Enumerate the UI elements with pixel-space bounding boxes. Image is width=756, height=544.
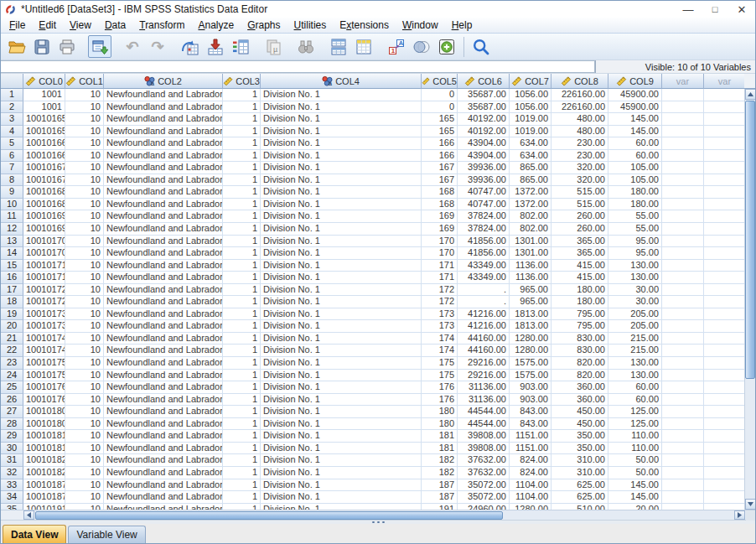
cell[interactable]: 180: [422, 406, 458, 418]
cell[interactable]: 145.00: [608, 113, 662, 126]
cell[interactable]: 10: [65, 272, 104, 284]
cell[interactable]: .: [458, 296, 510, 308]
scroll-right-button[interactable]: [734, 510, 745, 520]
cell[interactable]: 1: [223, 199, 261, 211]
cell[interactable]: 40192.00: [458, 113, 510, 126]
cell[interactable]: Newfoundland and Labrador: [104, 467, 223, 479]
cell[interactable]: 10010174: [23, 345, 65, 357]
cell[interactable]: 10: [65, 236, 104, 248]
row-header[interactable]: 11: [1, 210, 23, 223]
column-header-var-11[interactable]: var: [704, 74, 746, 89]
cell[interactable]: 1: [223, 296, 261, 308]
cell[interactable]: 1: [223, 394, 261, 407]
cell[interactable]: Newfoundland and Labrador: [104, 247, 223, 260]
cell[interactable]: 1: [223, 406, 261, 418]
row-header[interactable]: 2: [1, 101, 23, 114]
cell[interactable]: [662, 394, 704, 407]
cell[interactable]: 10: [65, 126, 104, 138]
cell[interactable]: 95.00: [608, 247, 662, 260]
cell[interactable]: .: [458, 284, 510, 297]
menu-window[interactable]: Window: [396, 18, 445, 32]
insert-cases-button[interactable]: [327, 35, 350, 58]
row-header[interactable]: 31: [1, 454, 23, 467]
cell[interactable]: 125.00: [608, 406, 662, 418]
cell[interactable]: 510.00: [551, 504, 608, 510]
cell[interactable]: [704, 223, 746, 236]
row-header[interactable]: 14: [1, 247, 23, 260]
cell[interactable]: 965.00: [510, 296, 551, 308]
cell[interactable]: 450.00: [551, 418, 608, 431]
row-header[interactable]: 34: [1, 491, 23, 504]
column-header-col0[interactable]: COL0: [23, 74, 65, 89]
cell[interactable]: 182: [422, 454, 458, 467]
cell[interactable]: 1813.00: [510, 308, 551, 321]
cell[interactable]: 1: [223, 101, 261, 114]
row-header[interactable]: 23: [1, 357, 23, 370]
menu-data[interactable]: Data: [98, 18, 132, 32]
cell[interactable]: Division No. 1: [261, 418, 422, 431]
cell[interactable]: 10010170: [23, 236, 65, 248]
cell[interactable]: Division No. 1: [261, 126, 422, 138]
cell[interactable]: Division No. 1: [261, 174, 422, 187]
cell[interactable]: 29216.00: [458, 357, 510, 370]
cell[interactable]: 10010166: [23, 150, 65, 163]
cell[interactable]: 10010181: [23, 443, 65, 455]
cell[interactable]: 35072.00: [458, 479, 510, 492]
cell[interactable]: 1019.00: [510, 113, 551, 126]
row-header[interactable]: 9: [1, 186, 23, 199]
cell[interactable]: Division No. 1: [261, 430, 422, 443]
cell[interactable]: Newfoundland and Labrador: [104, 454, 223, 467]
cell[interactable]: Division No. 1: [261, 479, 422, 492]
go-to-variable-button[interactable]: [204, 35, 227, 58]
cell[interactable]: Division No. 1: [261, 370, 422, 382]
cell[interactable]: Division No. 1: [261, 236, 422, 248]
cell[interactable]: 130.00: [608, 357, 662, 370]
cell[interactable]: [662, 272, 704, 284]
cell[interactable]: 31136.00: [458, 381, 510, 394]
cell[interactable]: 174: [422, 345, 458, 357]
cell[interactable]: 10: [65, 357, 104, 370]
cell[interactable]: 180.00: [551, 284, 608, 297]
cell[interactable]: 168: [422, 186, 458, 199]
cell[interactable]: 1: [223, 333, 261, 345]
cell[interactable]: [662, 418, 704, 431]
cell[interactable]: 180: [422, 418, 458, 431]
cell[interactable]: Division No. 1: [261, 308, 422, 321]
cell[interactable]: Division No. 1: [261, 296, 422, 308]
run-descriptive-statistics-button[interactable]: µ: [261, 35, 285, 58]
cell[interactable]: Newfoundland and Labrador: [104, 89, 223, 101]
cell[interactable]: 1: [223, 186, 261, 199]
horizontal-scroll-thumb[interactable]: [35, 511, 503, 520]
cell[interactable]: 795.00: [551, 320, 608, 333]
cell[interactable]: Newfoundland and Labrador: [104, 126, 223, 138]
cell[interactable]: 830.00: [551, 333, 608, 345]
cell[interactable]: 45900.00: [608, 101, 662, 114]
cell[interactable]: 145.00: [608, 479, 662, 492]
cell[interactable]: Division No. 1: [261, 491, 422, 504]
cell[interactable]: 1575.00: [510, 357, 551, 370]
cell[interactable]: 10: [65, 260, 104, 272]
cell[interactable]: Division No. 1: [261, 150, 422, 163]
cell[interactable]: 10: [65, 284, 104, 297]
cell[interactable]: 1: [223, 272, 261, 284]
cell[interactable]: 795.00: [551, 308, 608, 321]
cell[interactable]: Division No. 1: [261, 223, 422, 236]
cell[interactable]: 415.00: [551, 272, 608, 284]
cell[interactable]: 215.00: [608, 345, 662, 357]
cell[interactable]: 10010175: [23, 357, 65, 370]
cell[interactable]: Division No. 1: [261, 381, 422, 394]
cell[interactable]: 173: [422, 308, 458, 321]
cell[interactable]: 10010173: [23, 308, 65, 321]
cell[interactable]: 10010180: [23, 418, 65, 431]
find-button[interactable]: [294, 35, 318, 58]
cell[interactable]: 360.00: [551, 381, 608, 394]
cell[interactable]: 10010173: [23, 320, 65, 333]
cell[interactable]: 125.00: [608, 418, 662, 431]
open-data-document-button[interactable]: [5, 35, 28, 58]
cell[interactable]: 515.00: [551, 186, 608, 199]
cell[interactable]: [662, 381, 704, 394]
cell[interactable]: 41856.00: [458, 247, 510, 260]
maximize-button[interactable]: □: [702, 1, 728, 18]
row-header[interactable]: 8: [1, 174, 23, 187]
cell[interactable]: [704, 174, 746, 187]
